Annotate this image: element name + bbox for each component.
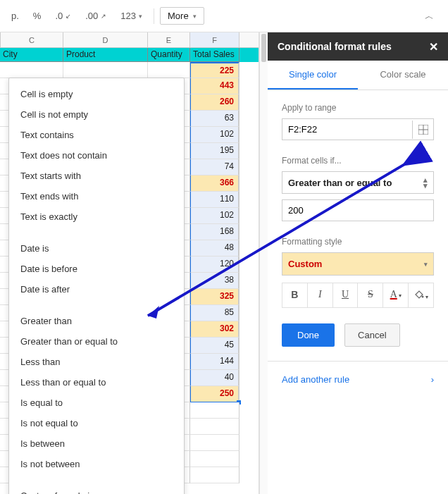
tab-single-color[interactable]: Single color	[268, 61, 358, 89]
dropdown-item[interactable]: Date is after	[9, 279, 184, 300]
chevron-right-icon: ›	[431, 374, 434, 385]
toolbar-number-format[interactable]: 123 ▾	[115, 6, 148, 25]
col-header-f[interactable]: F	[190, 32, 239, 47]
cell-total-sales[interactable]: 63	[190, 111, 239, 127]
toolbar-percent[interactable]: %	[27, 6, 47, 25]
cell-quantity[interactable]	[148, 62, 190, 78]
conditional-format-sidebar: Conditional format rules ✕ Single color …	[268, 32, 448, 494]
cell-total-sales[interactable]: 38	[190, 273, 239, 289]
collapse-icon[interactable]: ︿	[416, 6, 442, 27]
cell-total-sales[interactable]: 260	[190, 94, 239, 111]
chevron-down-icon: ▾	[425, 294, 428, 300]
dropdown-item[interactable]: Date is	[9, 238, 184, 259]
text-color-button[interactable]: A▾	[383, 283, 409, 307]
dropdown-item[interactable]: Less than	[9, 352, 184, 372]
col-header-c[interactable]: C	[0, 32, 63, 47]
condition-value-input[interactable]	[282, 199, 434, 221]
underline-button[interactable]: U	[333, 283, 359, 307]
paint-bucket-icon	[414, 289, 424, 299]
cell-total-sales[interactable]: 366	[190, 175, 239, 192]
svg-point-3	[421, 296, 423, 298]
dropdown-item[interactable]: Text starts with	[9, 166, 184, 186]
header-quantity[interactable]: Quantity	[148, 48, 190, 62]
header-city[interactable]: City	[0, 48, 63, 62]
chevron-down-icon: ▾	[424, 261, 428, 268]
formatting-style-label: Formatting style	[282, 237, 434, 247]
dropdown-item[interactable]: Date is before	[9, 259, 184, 279]
toolbar-more[interactable]: More ▾	[160, 7, 204, 25]
cell-total-sales[interactable]: 74	[190, 159, 239, 175]
toolbar-p[interactable]: p.	[6, 6, 25, 25]
tab-color-scale[interactable]: Color scale	[358, 61, 448, 89]
close-icon[interactable]: ✕	[429, 40, 438, 54]
sidebar-title: Conditional format rules	[278, 41, 392, 52]
toolbar-decrease-decimal[interactable]: .0↙	[49, 6, 77, 25]
spreadsheet: C D E F City Product Quantity Total Sale…	[0, 32, 259, 494]
done-button[interactable]: Done	[282, 323, 335, 347]
condition-select-value: Greater than or equal to	[288, 178, 392, 188]
cell-total-sales[interactable]: 102	[190, 208, 239, 224]
divider	[268, 361, 448, 362]
dropdown-item[interactable]: Text ends with	[9, 186, 184, 206]
italic-button[interactable]: I	[308, 283, 333, 307]
bold-button[interactable]: B	[282, 283, 308, 307]
vertical-scrollbar[interactable]	[259, 32, 268, 494]
dropdown-item[interactable]: Less than or equal to	[9, 372, 184, 393]
toolbar-separator	[154, 8, 154, 24]
cell-total-sales[interactable]: 40	[190, 370, 239, 386]
cell-total-sales[interactable]: 250	[190, 386, 239, 402]
dropdown-item[interactable]: Text contains	[9, 125, 184, 145]
dropdown-item[interactable]: Cell is not empty	[9, 104, 184, 125]
header-total-sales[interactable]: Total Sales	[190, 48, 239, 62]
apply-to-range-label: Apply to range	[282, 103, 434, 113]
cell-total-sales[interactable]: 443	[190, 78, 239, 94]
cancel-button[interactable]: Cancel	[344, 323, 399, 347]
dropdown-item[interactable]: Text does not contain	[9, 145, 184, 166]
cell-total-sales[interactable]: 144	[190, 354, 239, 370]
style-select[interactable]: Custom ▾	[282, 252, 434, 276]
dropdown-item[interactable]: Custom formula is	[9, 486, 184, 494]
cell-product[interactable]	[63, 62, 148, 78]
col-header-d[interactable]: D	[63, 32, 148, 47]
add-another-rule[interactable]: Add another rule ›	[282, 374, 434, 385]
cell-total-sales[interactable]: 195	[190, 143, 239, 159]
format-cells-if-label: Format cells if...	[282, 156, 434, 166]
strikethrough-button[interactable]: S	[358, 283, 383, 307]
format-toolbar: B I U S A▾ ▾	[282, 283, 434, 308]
cell-total-sales[interactable]: 45	[190, 338, 239, 354]
chevron-updown-icon: ▴▾	[423, 177, 428, 188]
header-row: City Product Quantity Total Sales	[0, 48, 259, 62]
cell-total-sales[interactable]: 120	[190, 257, 239, 273]
range-select-icon[interactable]	[412, 121, 433, 139]
sidebar-tabs: Single color Color scale	[268, 61, 448, 90]
range-input-wrap	[282, 118, 434, 140]
header-product[interactable]: Product	[63, 48, 148, 62]
cell-total-sales[interactable]: 48	[190, 240, 239, 257]
cell-total-sales[interactable]: 225	[190, 62, 239, 78]
range-input[interactable]	[282, 119, 412, 140]
condition-dropdown[interactable]: Cell is emptyCell is not emptyText conta…	[8, 78, 185, 494]
sidebar-header: Conditional format rules ✕	[268, 32, 448, 61]
cell-city[interactable]	[0, 62, 63, 78]
column-headers: C D E F	[0, 32, 259, 48]
cell-total-sales[interactable]: 302	[190, 321, 239, 338]
fill-color-button[interactable]: ▾	[409, 283, 433, 307]
chevron-down-icon: ▾	[399, 292, 402, 299]
cell-total-sales[interactable]: 325	[190, 289, 239, 305]
col-header-e[interactable]: E	[148, 32, 190, 47]
cell-total-sales[interactable]: 168	[190, 224, 239, 240]
dropdown-item[interactable]: Greater than	[9, 311, 184, 331]
cell-total-sales[interactable]: 110	[190, 192, 239, 208]
condition-select[interactable]: Greater than or equal to ▴▾	[282, 171, 434, 194]
dropdown-item[interactable]: Text is exactly	[9, 206, 184, 227]
cell-total-sales[interactable]: 102	[190, 127, 239, 143]
dropdown-item[interactable]: Is not between	[9, 454, 184, 474]
toolbar-increase-decimal[interactable]: .00↗	[80, 6, 112, 25]
toolbar: p. % .0↙ .00↗ 123 ▾ More ▾ ︿	[0, 0, 448, 32]
dropdown-item[interactable]: Is not equal to	[9, 413, 184, 433]
dropdown-item[interactable]: Is equal to	[9, 393, 184, 413]
dropdown-item[interactable]: Is between	[9, 433, 184, 454]
dropdown-item[interactable]: Greater than or equal to	[9, 331, 184, 352]
dropdown-item[interactable]: Cell is empty	[9, 84, 184, 104]
cell-total-sales[interactable]: 85	[190, 305, 239, 321]
